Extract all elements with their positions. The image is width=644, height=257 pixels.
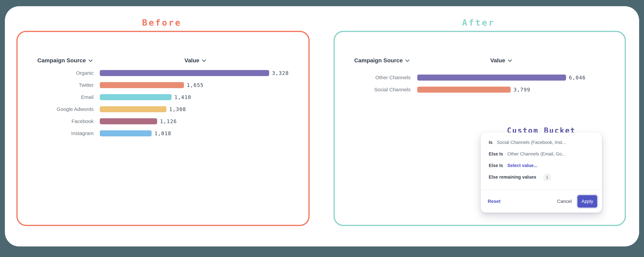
- category-label: Facebook: [18, 118, 94, 124]
- chevron-down-icon: [202, 59, 206, 62]
- apply-button[interactable]: Apply: [578, 195, 597, 208]
- value-label: 3,799: [514, 87, 530, 93]
- before-bar-rows: Organic3,328Twitter1,655Email1,410Google…: [18, 67, 308, 139]
- bucket-condition-list: IsSocial Channels (Facebook, Inst...Else…: [489, 137, 596, 183]
- chart-row: Facebook1,126: [18, 115, 308, 127]
- chart-row: Google Adwords1,308: [18, 103, 308, 115]
- chevron-down-icon: [88, 59, 92, 62]
- after-value-header-label: Value: [490, 57, 505, 64]
- category-label: Other Channels: [335, 75, 410, 80]
- bucket-condition-row: Else IsSelect value...: [489, 160, 596, 171]
- chart-row: Twitter1,655: [18, 79, 308, 91]
- value-bar[interactable]: [100, 118, 157, 124]
- category-label: Email: [18, 94, 94, 100]
- info-icon[interactable]: i: [544, 174, 551, 181]
- chart-row: Email1,410: [18, 91, 308, 103]
- after-title: After: [334, 17, 624, 28]
- chart-row: Organic3,328: [18, 67, 308, 79]
- condition-value[interactable]: Other Channels (Email, Go...: [508, 151, 566, 157]
- after-value-column-header[interactable]: Value: [490, 57, 512, 64]
- select-value-link[interactable]: Select value...: [508, 163, 538, 168]
- value-bar[interactable]: [100, 82, 184, 88]
- main-card: Before After Campaign Source Value Organ…: [5, 6, 639, 247]
- condition-value[interactable]: Social Channels (Facebook, Inst...: [497, 140, 566, 145]
- category-label: Instagram: [18, 131, 94, 136]
- chart-row: Instagram1,018: [18, 127, 308, 139]
- value-bar[interactable]: [417, 87, 511, 93]
- value-label: 1,308: [169, 106, 186, 112]
- before-source-header-label: Campaign Source: [38, 57, 86, 64]
- value-bar[interactable]: [100, 70, 269, 76]
- value-label: 1,655: [187, 82, 204, 88]
- value-label: 1,018: [154, 131, 171, 136]
- after-source-header-label: Campaign Source: [354, 57, 403, 64]
- condition-keyword: Is: [489, 140, 492, 145]
- before-panel: Campaign Source Value Organic3,328Twitte…: [16, 31, 310, 226]
- before-source-column-header[interactable]: Campaign Source: [38, 57, 92, 64]
- popup-footer: Reset Cancel Apply: [488, 190, 597, 213]
- value-bar[interactable]: [100, 94, 172, 100]
- value-bar[interactable]: [100, 130, 152, 136]
- custom-bucket-popup: IsSocial Channels (Facebook, Inst...Else…: [481, 133, 602, 213]
- value-bar[interactable]: [417, 75, 566, 81]
- value-label: 1,410: [174, 94, 191, 100]
- chart-row: Social Channels3,799: [335, 84, 625, 96]
- condition-keyword: Else Is: [489, 163, 503, 168]
- condition-keyword: Else remaining values: [489, 175, 536, 180]
- condition-keyword: Else Is: [489, 151, 503, 157]
- category-label: Twitter: [18, 82, 94, 88]
- category-label: Social Channels: [335, 87, 410, 92]
- bucket-condition-row: Else remaining valuesi: [489, 171, 596, 183]
- chart-row: Other Channels6,046: [335, 71, 625, 84]
- value-label: 6,046: [569, 75, 586, 81]
- after-bar-rows: Other Channels6,046Social Channels3,799: [335, 71, 625, 96]
- value-bar[interactable]: [100, 106, 166, 112]
- page-background: Before After Campaign Source Value Organ…: [0, 0, 644, 257]
- chevron-down-icon: [405, 59, 410, 62]
- after-source-column-header[interactable]: Campaign Source: [354, 57, 410, 64]
- value-label: 3,328: [272, 70, 289, 76]
- chevron-down-icon: [508, 59, 512, 62]
- category-label: Organic: [18, 70, 94, 76]
- cancel-button[interactable]: Cancel: [557, 199, 572, 204]
- category-label: Google Adwords: [18, 106, 94, 112]
- bucket-condition-row: Else IsOther Channels (Email, Go...: [489, 148, 596, 160]
- bucket-condition-row: IsSocial Channels (Facebook, Inst...: [489, 137, 596, 148]
- before-value-column-header[interactable]: Value: [184, 57, 206, 64]
- before-value-header-label: Value: [184, 57, 200, 64]
- reset-button[interactable]: Reset: [488, 199, 500, 204]
- value-label: 1,126: [160, 118, 177, 124]
- before-title: Before: [16, 17, 307, 28]
